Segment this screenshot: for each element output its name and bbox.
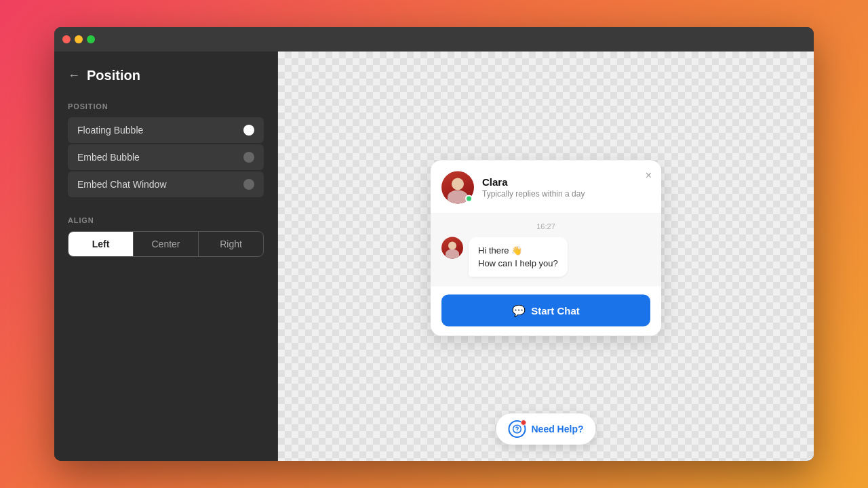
app-window: ← Position POSITION Floating Bubble Embe… [54, 27, 814, 461]
embed-chat-window-radio[interactable] [243, 179, 254, 190]
chat-user-name: Clara [482, 176, 650, 188]
align-section: ALIGN Left Center Right [68, 216, 264, 257]
floating-bubble[interactable]: Need Help? [496, 413, 595, 445]
chat-user-info: Clara Typically replies within a day [482, 176, 650, 199]
position-option-embed-bubble[interactable]: Embed Bubble [68, 144, 264, 170]
main-content: ← Position POSITION Floating Bubble Embe… [54, 52, 814, 461]
floating-bubble-label: Floating Bubble [77, 125, 143, 136]
bubble-icon [508, 420, 526, 438]
align-left-button[interactable]: Left [68, 232, 134, 256]
align-center-button[interactable]: Center [134, 232, 199, 256]
chat-user-status: Typically replies within a day [482, 189, 650, 199]
position-option-embed-chat-window[interactable]: Embed Chat Window [68, 171, 264, 197]
preview-area: Clara Typically replies within a day × 1… [278, 52, 814, 461]
page-title: Position [87, 68, 140, 83]
messenger-icon: 💬 [512, 304, 526, 317]
embed-bubble-label: Embed Bubble [77, 152, 140, 163]
align-right-button[interactable]: Right [199, 232, 263, 256]
chat-body: 16:27 Hi there 👋 How can I help you? [431, 214, 661, 286]
embed-chat-window-label: Embed Chat Window [77, 179, 167, 190]
sidebar: ← Position POSITION Floating Bubble Embe… [54, 52, 278, 461]
start-chat-label: Start Chat [531, 304, 580, 316]
position-section-label: POSITION [68, 102, 264, 110]
floating-bubble-radio[interactable] [243, 125, 254, 136]
message-bubble: Hi there 👋 How can I help you? [469, 237, 568, 277]
bubble-text: Need Help? [531, 424, 583, 434]
message-line1: Hi there 👋 [478, 245, 522, 255]
embed-bubble-radio[interactable] [243, 152, 254, 163]
message-line2: How can I help you? [478, 258, 558, 268]
chat-message-row: Hi there 👋 How can I help you? [441, 237, 650, 277]
position-option-floating-bubble[interactable]: Floating Bubble [68, 117, 264, 143]
online-status-dot [465, 195, 473, 202]
close-button[interactable]: × [646, 169, 652, 180]
chat-popup: Clara Typically replies within a day × 1… [431, 160, 661, 336]
close-traffic-light[interactable] [62, 35, 71, 43]
align-buttons: Left Center Right [68, 231, 264, 257]
bubble-notification-dot [520, 420, 526, 426]
minimize-traffic-light[interactable] [75, 35, 83, 43]
title-bar [54, 27, 814, 52]
message-avatar [441, 237, 463, 258]
chat-popup-header: Clara Typically replies within a day × [431, 160, 661, 214]
back-button[interactable]: ← [68, 68, 80, 83]
traffic-lights [62, 35, 95, 43]
avatar-wrapper [441, 171, 474, 203]
start-chat-button[interactable]: 💬 Start Chat [441, 294, 650, 326]
position-options: Floating Bubble Embed Bubble Embed Chat … [68, 117, 264, 197]
sidebar-header: ← Position [68, 68, 264, 83]
chat-timestamp: 16:27 [441, 222, 650, 230]
align-section-label: ALIGN [68, 216, 264, 224]
maximize-traffic-light[interactable] [87, 35, 95, 43]
